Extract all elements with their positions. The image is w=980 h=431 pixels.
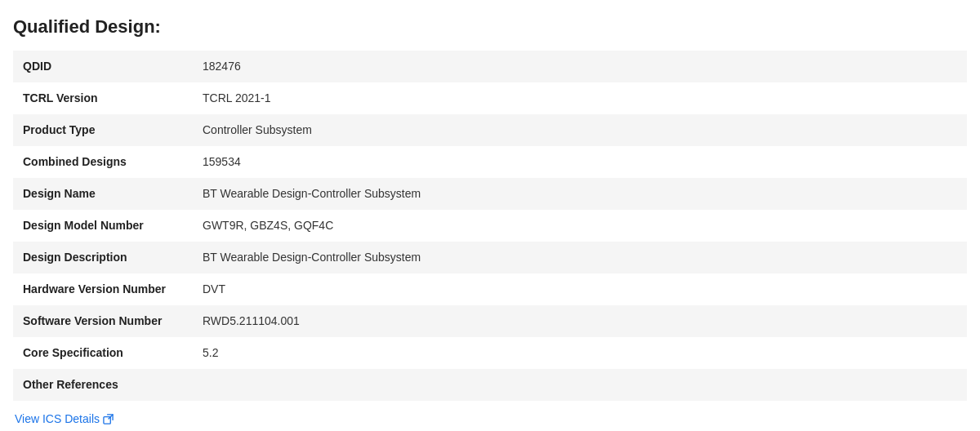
row-value: 159534 <box>193 146 967 178</box>
page-title: Qualified Design: <box>13 16 967 38</box>
row-label: Design Name <box>13 178 193 210</box>
row-label: Other References <box>13 369 193 401</box>
row-label: Core Specification <box>13 337 193 369</box>
table-row: Hardware Version NumberDVT <box>13 273 967 305</box>
row-value: BT Wearable Design-Controller Subsystem <box>193 178 967 210</box>
row-value <box>193 369 967 401</box>
row-value: 5.2 <box>193 337 967 369</box>
row-label: Product Type <box>13 114 193 146</box>
row-value: DVT <box>193 273 967 305</box>
row-label: Combined Designs <box>13 146 193 178</box>
table-row: Product TypeController Subsystem <box>13 114 967 146</box>
row-value: BT Wearable Design-Controller Subsystem <box>193 242 967 273</box>
external-link-icon <box>103 414 114 424</box>
table-row: Design Model NumberGWT9R, GBZ4S, GQF4C <box>13 210 967 242</box>
row-label: QDID <box>13 51 193 82</box>
row-label: Design Model Number <box>13 210 193 242</box>
table-row: Combined Designs159534 <box>13 146 967 178</box>
row-value: RWD5.211104.001 <box>193 305 967 337</box>
view-ics-label: View ICS Details <box>15 412 100 425</box>
row-value: Controller Subsystem <box>193 114 967 146</box>
table-row: Design NameBT Wearable Design-Controller… <box>13 178 967 210</box>
row-label: Hardware Version Number <box>13 273 193 305</box>
table-row: TCRL VersionTCRL 2021-1 <box>13 82 967 114</box>
table-row: Other References <box>13 369 967 401</box>
row-label: Design Description <box>13 242 193 273</box>
row-value: TCRL 2021-1 <box>193 82 967 114</box>
table-row: Software Version NumberRWD5.211104.001 <box>13 305 967 337</box>
row-value: 182476 <box>193 51 967 82</box>
detail-table: QDID182476TCRL VersionTCRL 2021-1Product… <box>13 51 967 401</box>
row-label: TCRL Version <box>13 82 193 114</box>
table-row: Design DescriptionBT Wearable Design-Con… <box>13 242 967 273</box>
table-row: Core Specification5.2 <box>13 337 967 369</box>
row-value: GWT9R, GBZ4S, GQF4C <box>193 210 967 242</box>
table-row: QDID182476 <box>13 51 967 82</box>
row-label: Software Version Number <box>13 305 193 337</box>
view-ics-link[interactable]: View ICS Details <box>15 412 114 425</box>
